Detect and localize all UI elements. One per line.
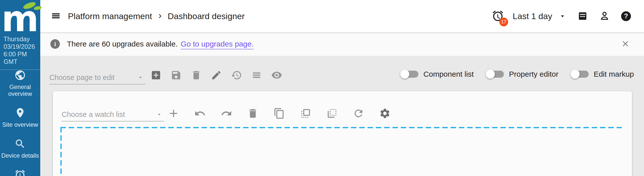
delete-component-button[interactable]	[247, 108, 259, 119]
toggle-label: Edit markup	[594, 70, 634, 78]
toggle-label: Property editor	[509, 70, 558, 78]
calendar-icon	[577, 11, 588, 22]
toggle-knob	[400, 70, 409, 79]
upgrade-banner: i There are 60 upgrades available. Go to…	[40, 32, 644, 56]
header-actions: 17 Last 1 day ?	[492, 10, 631, 23]
sidebar: m Thursday 03/19/2026 6:00 PM GMT Genera…	[0, 0, 40, 176]
caret-down-icon	[137, 74, 143, 81]
sidebar-item-device-details[interactable]: Device details	[0, 135, 40, 159]
user-account-button[interactable]	[599, 10, 610, 22]
sidebar-item-site-overview[interactable]: Site overview	[0, 104, 40, 128]
alarm-icon	[0, 169, 40, 176]
view-toggles: Component listProperty editorEdit markup	[401, 70, 634, 78]
banner-message: There are 60 upgrades available.	[67, 40, 178, 48]
refresh-canvas-button[interactable]	[353, 108, 364, 119]
sidebar-item-general-overview[interactable]: General overview	[0, 66, 40, 97]
delete-page-button[interactable]	[191, 70, 202, 81]
calendar-button[interactable]	[577, 11, 588, 22]
app-logo[interactable]: m	[0, 0, 40, 33]
copy-component-button[interactable]	[273, 108, 285, 119]
edit-markup-toggle[interactable]: Edit markup	[572, 70, 634, 78]
active-alarms-button[interactable]: 17	[492, 10, 504, 23]
copy-icon	[273, 108, 285, 120]
list-icon	[251, 70, 262, 81]
caret-down-icon	[156, 111, 162, 118]
designer-card: Choose a watch list	[53, 91, 632, 176]
page-toolbar: Choose page to edit Component listProper…	[40, 56, 644, 91]
pin-icon	[0, 107, 40, 120]
redo-icon	[221, 108, 232, 120]
sidebar-item-label: General overview	[6, 83, 34, 97]
undo-button[interactable]	[194, 108, 206, 119]
datetime-timezone: GMT	[4, 58, 40, 65]
breadcrumb: Platform management Dashboard designer	[68, 11, 245, 21]
trash-icon	[191, 70, 202, 81]
sidebar-item-active-alarms[interactable]: Active alarms	[0, 166, 40, 176]
alarm-count-badge: 17	[499, 18, 508, 26]
top-header: Platform management Dashboard designer 1…	[40, 0, 644, 32]
toggle-knob	[571, 70, 580, 79]
menu-icon	[51, 11, 61, 22]
bring-to-front-button[interactable]	[300, 108, 311, 119]
info-icon: i	[50, 39, 60, 49]
send-to-back-button[interactable]	[326, 108, 338, 119]
save-page-button[interactable]	[171, 70, 182, 81]
close-icon	[621, 39, 630, 49]
page-list-button[interactable]	[251, 70, 262, 81]
toggle-track	[572, 71, 589, 78]
flip-front-icon	[300, 108, 311, 120]
search-icon	[0, 138, 40, 151]
preview-page-button[interactable]	[271, 70, 282, 81]
help-button[interactable]: ?	[621, 11, 631, 21]
time-range-select[interactable]: Last 1 day	[513, 11, 566, 21]
sidebar-item-label: Device details	[0, 152, 40, 159]
watch-list-select-value: Choose a watch list	[62, 110, 125, 118]
page-select-value: Choose page to edit	[49, 73, 115, 81]
sidebar-item-label: Site overview	[0, 121, 40, 128]
add-page-button[interactable]	[150, 70, 162, 81]
page-select[interactable]: Choose page to edit	[49, 70, 145, 84]
save-icon	[171, 70, 182, 81]
edit-page-button[interactable]	[211, 70, 222, 81]
redo-button[interactable]	[221, 108, 232, 119]
time-range-value: Last 1 day	[513, 11, 552, 21]
toggle-knob	[486, 70, 495, 79]
pencil-icon	[211, 70, 222, 81]
designer-toolbar-actions	[168, 108, 391, 119]
trash-icon	[247, 108, 259, 120]
flip-back-icon	[326, 108, 338, 120]
plus-icon	[168, 108, 179, 120]
component-list-toggle[interactable]: Component list	[401, 70, 474, 78]
undo-icon	[194, 108, 206, 120]
upgrades-page-link[interactable]: Go to upgrades page.	[181, 40, 254, 48]
globe-icon	[0, 69, 40, 82]
toggle-track	[401, 71, 418, 78]
user-icon	[599, 10, 610, 22]
page-history-button[interactable]	[231, 70, 242, 81]
chevron-right-icon	[157, 13, 163, 19]
caret-down-icon	[559, 12, 566, 20]
watch-list-select[interactable]: Choose a watch list	[62, 107, 164, 121]
menu-button[interactable]	[51, 11, 61, 22]
property-editor-toggle[interactable]: Property editor	[487, 70, 558, 78]
page-toolbar-actions	[150, 70, 282, 81]
history-icon	[231, 70, 242, 81]
breadcrumb-parent[interactable]: Platform management	[68, 11, 152, 21]
gear-icon	[379, 108, 391, 120]
dashboard-canvas[interactable]	[62, 128, 621, 176]
canvas-settings-button[interactable]	[379, 108, 391, 119]
banner-close-button[interactable]	[621, 39, 630, 49]
datetime-time: 6:00 PM	[4, 50, 40, 58]
datetime-date: 03/19/2026	[4, 43, 40, 50]
add-component-button[interactable]	[168, 108, 179, 119]
add-box-icon	[150, 70, 162, 81]
breadcrumb-current: Dashboard designer	[168, 11, 245, 21]
help-icon: ?	[621, 11, 631, 21]
toggle-track	[487, 71, 504, 78]
refresh-icon	[353, 108, 364, 120]
eye-icon	[271, 70, 282, 81]
toggle-label: Component list	[423, 70, 474, 78]
sidebar-nav: General overviewSite overviewDevice deta…	[0, 66, 40, 176]
